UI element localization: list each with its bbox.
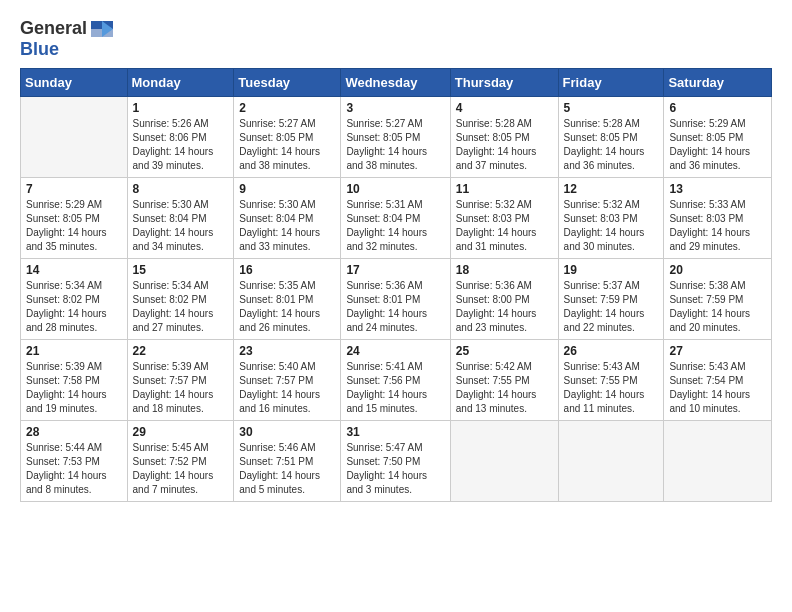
- day-info: Sunrise: 5:28 AMSunset: 8:05 PMDaylight:…: [564, 117, 659, 173]
- logo-flag-icon: [91, 21, 113, 37]
- day-info: Sunrise: 5:35 AMSunset: 8:01 PMDaylight:…: [239, 279, 335, 335]
- day-number: 30: [239, 425, 335, 439]
- calendar-cell: 9Sunrise: 5:30 AMSunset: 8:04 PMDaylight…: [234, 178, 341, 259]
- day-info: Sunrise: 5:29 AMSunset: 8:05 PMDaylight:…: [26, 198, 122, 254]
- calendar-cell: 1Sunrise: 5:26 AMSunset: 8:06 PMDaylight…: [127, 97, 234, 178]
- calendar-cell: 20Sunrise: 5:38 AMSunset: 7:59 PMDayligh…: [664, 259, 772, 340]
- day-info: Sunrise: 5:29 AMSunset: 8:05 PMDaylight:…: [669, 117, 766, 173]
- calendar-cell: 26Sunrise: 5:43 AMSunset: 7:55 PMDayligh…: [558, 340, 664, 421]
- calendar-header-friday: Friday: [558, 69, 664, 97]
- calendar-cell: 14Sunrise: 5:34 AMSunset: 8:02 PMDayligh…: [21, 259, 128, 340]
- calendar-cell: 5Sunrise: 5:28 AMSunset: 8:05 PMDaylight…: [558, 97, 664, 178]
- calendar-cell: 3Sunrise: 5:27 AMSunset: 8:05 PMDaylight…: [341, 97, 450, 178]
- day-number: 26: [564, 344, 659, 358]
- calendar-header-row: SundayMondayTuesdayWednesdayThursdayFrid…: [21, 69, 772, 97]
- day-number: 31: [346, 425, 444, 439]
- day-number: 27: [669, 344, 766, 358]
- calendar-cell: 22Sunrise: 5:39 AMSunset: 7:57 PMDayligh…: [127, 340, 234, 421]
- calendar-cell: 13Sunrise: 5:33 AMSunset: 8:03 PMDayligh…: [664, 178, 772, 259]
- day-number: 22: [133, 344, 229, 358]
- day-info: Sunrise: 5:27 AMSunset: 8:05 PMDaylight:…: [346, 117, 444, 173]
- day-number: 13: [669, 182, 766, 196]
- calendar-cell: 2Sunrise: 5:27 AMSunset: 8:05 PMDaylight…: [234, 97, 341, 178]
- calendar-cell: [21, 97, 128, 178]
- calendar-table: SundayMondayTuesdayWednesdayThursdayFrid…: [20, 68, 772, 502]
- calendar-header-monday: Monday: [127, 69, 234, 97]
- day-number: 16: [239, 263, 335, 277]
- calendar-cell: 10Sunrise: 5:31 AMSunset: 8:04 PMDayligh…: [341, 178, 450, 259]
- day-number: 11: [456, 182, 553, 196]
- day-info: Sunrise: 5:38 AMSunset: 7:59 PMDaylight:…: [669, 279, 766, 335]
- day-number: 5: [564, 101, 659, 115]
- day-info: Sunrise: 5:34 AMSunset: 8:02 PMDaylight:…: [26, 279, 122, 335]
- day-number: 18: [456, 263, 553, 277]
- day-info: Sunrise: 5:43 AMSunset: 7:54 PMDaylight:…: [669, 360, 766, 416]
- calendar-header-saturday: Saturday: [664, 69, 772, 97]
- day-info: Sunrise: 5:32 AMSunset: 8:03 PMDaylight:…: [564, 198, 659, 254]
- calendar-cell: 4Sunrise: 5:28 AMSunset: 8:05 PMDaylight…: [450, 97, 558, 178]
- day-number: 7: [26, 182, 122, 196]
- calendar-cell: 19Sunrise: 5:37 AMSunset: 7:59 PMDayligh…: [558, 259, 664, 340]
- calendar-header-thursday: Thursday: [450, 69, 558, 97]
- calendar-cell: 27Sunrise: 5:43 AMSunset: 7:54 PMDayligh…: [664, 340, 772, 421]
- day-number: 3: [346, 101, 444, 115]
- calendar-cell: 21Sunrise: 5:39 AMSunset: 7:58 PMDayligh…: [21, 340, 128, 421]
- day-info: Sunrise: 5:43 AMSunset: 7:55 PMDaylight:…: [564, 360, 659, 416]
- calendar-cell: 31Sunrise: 5:47 AMSunset: 7:50 PMDayligh…: [341, 421, 450, 502]
- calendar-week-row-3: 14Sunrise: 5:34 AMSunset: 8:02 PMDayligh…: [21, 259, 772, 340]
- day-number: 10: [346, 182, 444, 196]
- calendar-cell: 8Sunrise: 5:30 AMSunset: 8:04 PMDaylight…: [127, 178, 234, 259]
- day-number: 15: [133, 263, 229, 277]
- calendar-header-sunday: Sunday: [21, 69, 128, 97]
- calendar-week-row-1: 1Sunrise: 5:26 AMSunset: 8:06 PMDaylight…: [21, 97, 772, 178]
- day-info: Sunrise: 5:32 AMSunset: 8:03 PMDaylight:…: [456, 198, 553, 254]
- calendar-week-row-4: 21Sunrise: 5:39 AMSunset: 7:58 PMDayligh…: [21, 340, 772, 421]
- day-info: Sunrise: 5:46 AMSunset: 7:51 PMDaylight:…: [239, 441, 335, 497]
- day-info: Sunrise: 5:28 AMSunset: 8:05 PMDaylight:…: [456, 117, 553, 173]
- calendar-cell: 16Sunrise: 5:35 AMSunset: 8:01 PMDayligh…: [234, 259, 341, 340]
- logo-blue-text: Blue: [20, 39, 59, 59]
- header: General Blue: [20, 18, 772, 60]
- calendar-cell: 11Sunrise: 5:32 AMSunset: 8:03 PMDayligh…: [450, 178, 558, 259]
- day-info: Sunrise: 5:36 AMSunset: 8:01 PMDaylight:…: [346, 279, 444, 335]
- calendar-cell: 28Sunrise: 5:44 AMSunset: 7:53 PMDayligh…: [21, 421, 128, 502]
- day-info: Sunrise: 5:31 AMSunset: 8:04 PMDaylight:…: [346, 198, 444, 254]
- calendar-cell: 29Sunrise: 5:45 AMSunset: 7:52 PMDayligh…: [127, 421, 234, 502]
- calendar-cell: 12Sunrise: 5:32 AMSunset: 8:03 PMDayligh…: [558, 178, 664, 259]
- day-info: Sunrise: 5:33 AMSunset: 8:03 PMDaylight:…: [669, 198, 766, 254]
- day-number: 14: [26, 263, 122, 277]
- calendar-cell: 25Sunrise: 5:42 AMSunset: 7:55 PMDayligh…: [450, 340, 558, 421]
- day-number: 25: [456, 344, 553, 358]
- day-number: 29: [133, 425, 229, 439]
- day-number: 12: [564, 182, 659, 196]
- day-info: Sunrise: 5:45 AMSunset: 7:52 PMDaylight:…: [133, 441, 229, 497]
- day-info: Sunrise: 5:44 AMSunset: 7:53 PMDaylight:…: [26, 441, 122, 497]
- day-number: 1: [133, 101, 229, 115]
- calendar-week-row-2: 7Sunrise: 5:29 AMSunset: 8:05 PMDaylight…: [21, 178, 772, 259]
- day-info: Sunrise: 5:27 AMSunset: 8:05 PMDaylight:…: [239, 117, 335, 173]
- logo-general-text: General: [20, 18, 87, 39]
- day-number: 8: [133, 182, 229, 196]
- day-number: 23: [239, 344, 335, 358]
- day-info: Sunrise: 5:30 AMSunset: 8:04 PMDaylight:…: [133, 198, 229, 254]
- day-info: Sunrise: 5:41 AMSunset: 7:56 PMDaylight:…: [346, 360, 444, 416]
- day-number: 2: [239, 101, 335, 115]
- day-number: 24: [346, 344, 444, 358]
- calendar-cell: 23Sunrise: 5:40 AMSunset: 7:57 PMDayligh…: [234, 340, 341, 421]
- day-number: 9: [239, 182, 335, 196]
- day-info: Sunrise: 5:40 AMSunset: 7:57 PMDaylight:…: [239, 360, 335, 416]
- day-info: Sunrise: 5:34 AMSunset: 8:02 PMDaylight:…: [133, 279, 229, 335]
- day-number: 21: [26, 344, 122, 358]
- day-number: 4: [456, 101, 553, 115]
- calendar-cell: 6Sunrise: 5:29 AMSunset: 8:05 PMDaylight…: [664, 97, 772, 178]
- calendar-cell: 15Sunrise: 5:34 AMSunset: 8:02 PMDayligh…: [127, 259, 234, 340]
- calendar-cell: 7Sunrise: 5:29 AMSunset: 8:05 PMDaylight…: [21, 178, 128, 259]
- calendar-header-tuesday: Tuesday: [234, 69, 341, 97]
- day-number: 19: [564, 263, 659, 277]
- calendar-cell: 18Sunrise: 5:36 AMSunset: 8:00 PMDayligh…: [450, 259, 558, 340]
- day-number: 6: [669, 101, 766, 115]
- calendar-cell: [558, 421, 664, 502]
- calendar-cell: 24Sunrise: 5:41 AMSunset: 7:56 PMDayligh…: [341, 340, 450, 421]
- page: General Blue SundayMondayTuesdayWednesda…: [0, 0, 792, 520]
- day-info: Sunrise: 5:47 AMSunset: 7:50 PMDaylight:…: [346, 441, 444, 497]
